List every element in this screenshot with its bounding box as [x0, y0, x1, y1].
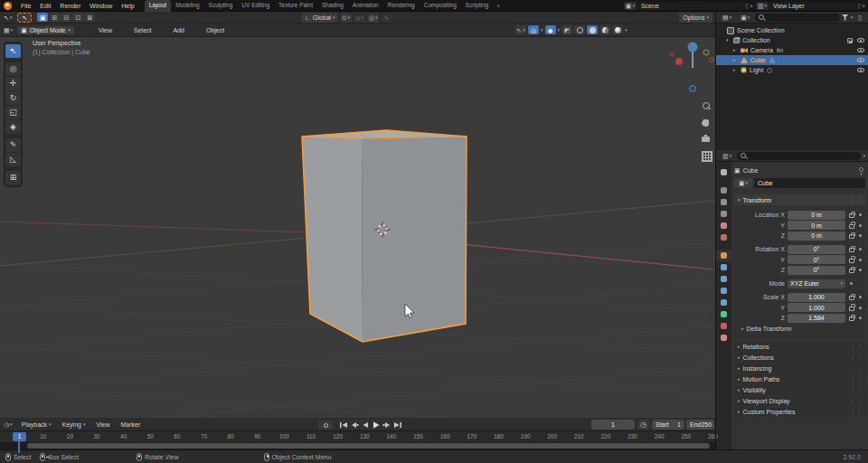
tool-button[interactable]: ◎ — [5, 62, 21, 76]
jump-to-end-button[interactable] — [392, 420, 402, 430]
drag-grip-icon[interactable]: ⋮⋮ — [850, 196, 863, 202]
filter-icon[interactable] — [842, 14, 849, 21]
workspace-tab[interactable]: Compositing — [420, 0, 461, 12]
menu-item[interactable]: Help — [117, 3, 138, 9]
expand-arrow-icon[interactable]: ▾ — [726, 38, 733, 43]
new-collection-button[interactable]: ▯ — [858, 14, 862, 21]
timeline-menu-item[interactable]: Playback▾ — [16, 421, 57, 428]
expand-arrow-icon[interactable]: ▸ — [733, 58, 741, 62]
view-layer-name-field[interactable]: View Layer — [769, 2, 856, 10]
transform-value-field[interactable]: 0°▾ — [788, 266, 845, 275]
outliner-search-input[interactable] — [755, 14, 839, 22]
filter-dropdown[interactable]: ▾ — [851, 15, 854, 20]
transform-value-field[interactable]: 0 m▾ — [788, 221, 845, 230]
animate-dot-icon[interactable] — [859, 296, 862, 298]
viewport-3d[interactable]: User Perspective (1) Collection | Cube ↖… — [0, 37, 715, 418]
lock-icon[interactable] — [849, 234, 854, 239]
navigation-gizmo[interactable] — [669, 43, 714, 92]
properties-tab[interactable] — [716, 297, 731, 308]
gizmos-toggle[interactable]: ◎ — [528, 25, 539, 34]
eye-icon[interactable] — [857, 68, 864, 72]
pin-icon[interactable] — [859, 167, 863, 172]
animate-dot-icon[interactable] — [859, 234, 862, 237]
unlink-scene-icon[interactable]: × — [750, 3, 753, 9]
pivot-point-dropdown[interactable]: ⊙▾ — [341, 14, 352, 23]
drag-grip-icon[interactable]: ⋮⋮ — [850, 398, 863, 403]
properties-filter-dropdown[interactable]: ▾ — [863, 154, 865, 158]
zoom-icon[interactable] — [702, 102, 711, 111]
properties-tab[interactable] — [716, 184, 731, 196]
new-view-layer-icon[interactable]: ▯ — [857, 3, 861, 9]
workspace-tab[interactable]: Texture Paint — [274, 0, 317, 12]
mode-dropdown[interactable]: ▣ Object Mode ▾ — [16, 25, 75, 35]
properties-panel-header[interactable]: ▸ Relations ⋮⋮ — [734, 342, 865, 352]
frame-start-field[interactable]: Start1 — [652, 420, 684, 430]
auto-keying-button[interactable] — [318, 420, 333, 430]
active-tool-flyout[interactable]: ↖▾ — [4, 14, 12, 21]
display-mode-dropdown[interactable]: ▣▾ — [741, 14, 750, 21]
eye-icon[interactable] — [857, 58, 864, 62]
properties-panel-header[interactable]: ▸ Collections ⋮⋮ — [734, 353, 865, 363]
overlays-dropdown[interactable]: ▾ — [558, 28, 561, 33]
current-frame-field[interactable]: 1 — [591, 420, 635, 430]
properties-tab[interactable] — [716, 308, 731, 320]
properties-panel-header[interactable]: ▸ Instancing ⋮⋮ — [734, 364, 865, 373]
timeline-ruler[interactable]: 1 10203040506070809010011012013014015016… — [0, 431, 715, 442]
viewport-menu-item[interactable]: Select — [123, 27, 162, 33]
tool-button[interactable]: ⊞ — [5, 171, 21, 184]
viewport-menu-item[interactable]: View — [88, 27, 123, 33]
drag-grip-icon[interactable]: ⋮⋮ — [850, 409, 863, 414]
lock-icon[interactable] — [849, 248, 854, 252]
delta-transform-panel[interactable]: ▸ Delta Transform — [734, 324, 865, 334]
perspective-toggle-icon[interactable] — [702, 151, 711, 160]
animate-dot-icon[interactable] — [859, 248, 862, 250]
animate-dot-icon[interactable] — [859, 224, 862, 227]
object-name-field[interactable]: Cube — [754, 178, 865, 188]
play-reverse-button[interactable] — [360, 420, 370, 430]
properties-panel-header[interactable]: ▸ Motion Paths ⋮⋮ — [734, 374, 865, 384]
drag-grip-icon[interactable]: ⋮⋮ — [850, 344, 863, 349]
viewport-menu-item[interactable]: Add — [162, 27, 194, 33]
lock-icon[interactable] — [849, 317, 854, 321]
workspace-tab[interactable]: Modeling — [171, 0, 203, 12]
editor-type-button[interactable]: ▦▾ — [4, 27, 13, 33]
viewport-canvas[interactable] — [0, 37, 715, 418]
pan-icon[interactable] — [702, 118, 711, 128]
animate-dot-icon[interactable] — [850, 282, 853, 285]
workspace-tab[interactable]: Shading — [317, 0, 348, 12]
properties-panel-header[interactable]: ▸ Visibility ⋮⋮ — [734, 385, 865, 395]
view-layer-icon[interactable]: ▥▾ — [756, 2, 769, 10]
tool-button[interactable]: ◈ — [5, 120, 21, 134]
jump-to-start-button[interactable] — [338, 420, 348, 430]
scene-icon[interactable]: ▣▾ — [624, 2, 637, 10]
drag-grip-icon[interactable]: ⋮⋮ — [850, 376, 863, 382]
workspace-tab[interactable]: Rendering — [383, 0, 420, 12]
menu-item[interactable]: Edit — [35, 3, 55, 9]
properties-search-input[interactable] — [737, 152, 861, 160]
previous-keyframe-button[interactable] — [349, 420, 359, 430]
overlays-toggle[interactable]: ◉ — [545, 25, 556, 34]
animate-dot-icon[interactable] — [859, 269, 862, 271]
properties-tab[interactable] — [716, 285, 731, 297]
select-mode-button[interactable]: ▣ — [37, 13, 48, 22]
properties-tab[interactable] — [716, 166, 731, 178]
scrollbar-thumb[interactable] — [27, 443, 710, 449]
properties-panel-header[interactable]: ▸ Viewport Display ⋮⋮ — [734, 396, 865, 406]
properties-tab[interactable] — [716, 332, 731, 344]
transform-value-field[interactable]: 0 m▾ — [788, 232, 845, 241]
falloff-dropdown[interactable]: ∿ — [382, 14, 392, 23]
frame-end-field[interactable]: End250 — [686, 420, 714, 430]
outliner-row[interactable]: Scene Collection — [716, 25, 868, 35]
properties-tab[interactable] — [716, 261, 731, 273]
object-visibility-dropdown[interactable]: ↖▾ — [515, 25, 526, 34]
remove-view-layer-icon[interactable]: × — [862, 3, 865, 9]
lock-icon[interactable] — [849, 307, 854, 311]
properties-tab[interactable] — [716, 220, 731, 232]
workspace-tab[interactable]: Scripting — [461, 0, 493, 12]
object-data-dropdown[interactable]: ▣▾ — [734, 178, 752, 188]
properties-tab[interactable] — [716, 320, 731, 332]
menu-item[interactable]: File — [16, 3, 35, 9]
properties-tab[interactable] — [716, 273, 731, 285]
tool-button[interactable]: ✛ — [5, 77, 21, 90]
expand-arrow-icon[interactable]: ▸ — [733, 68, 741, 72]
